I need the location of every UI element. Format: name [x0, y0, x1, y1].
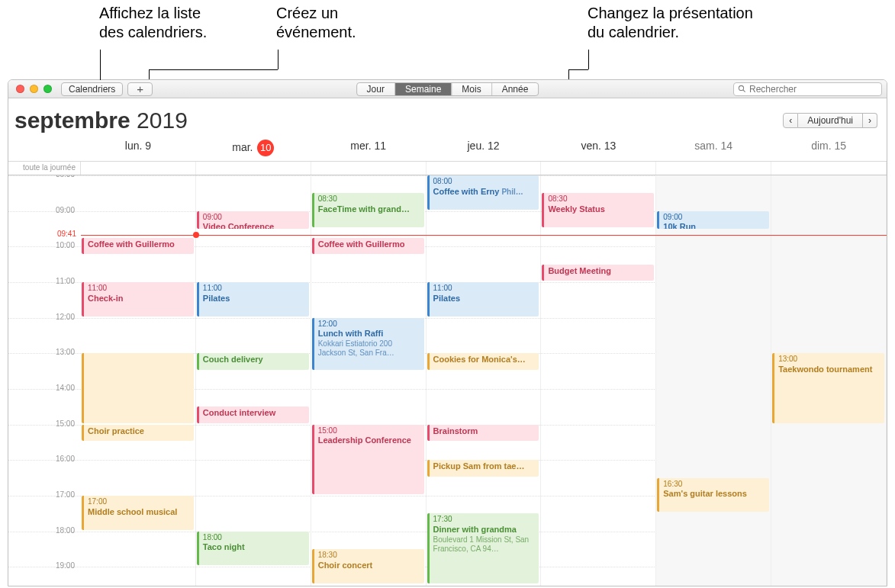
hour-label: 18:00 [8, 526, 81, 535]
day-header[interactable]: mer. 11 [311, 137, 427, 161]
search-field[interactable] [733, 82, 882, 96]
svg-point-0 [739, 85, 743, 90]
calendars-button[interactable]: Calendriers [61, 82, 123, 96]
allday-row: toute la journée [8, 162, 887, 175]
search-input[interactable] [749, 84, 877, 95]
tab-week[interactable]: Semaine [395, 83, 452, 95]
add-event-button[interactable]: + [127, 82, 153, 96]
day-header[interactable]: dim. 15 [771, 137, 887, 161]
annotation-change-view: Changez la présentation du calendrier. [588, 4, 753, 42]
window-controls [16, 85, 52, 93]
hour-label: 15:00 [8, 419, 81, 428]
hour-label: 14:00 [8, 384, 81, 392]
search-icon [738, 85, 746, 93]
month-year: 2019 [137, 108, 188, 133]
calendar-window: Calendriers + Jour Semaine Mois Année se… [8, 79, 887, 586]
week-grid[interactable]: 08:0009:0010:0011:0012:0013:0014:0015:00… [8, 175, 887, 586]
month-bar: septembre 2019 ‹ Aujourd'hui › [8, 98, 887, 137]
hour-label: 10:00 [8, 241, 81, 249]
tab-month[interactable]: Mois [452, 83, 491, 95]
day-header[interactable]: mar. 10 [196, 137, 311, 161]
month-title: septembre 2019 [14, 108, 188, 133]
day-header[interactable]: sam. 14 [656, 137, 771, 161]
minimize-icon[interactable] [30, 85, 38, 93]
annotation-calendars: Affichez la liste des calendriers. [99, 4, 207, 42]
today-button[interactable]: Aujourd'hui [798, 113, 863, 128]
today-badge: 10 [257, 140, 274, 156]
annotation-create-event: Créez un événement. [276, 4, 356, 42]
hour-label: 19:00 [8, 561, 81, 570]
month-name: septembre [14, 108, 130, 133]
hour-label: 17:00 [8, 490, 81, 499]
day-header[interactable]: ven. 13 [541, 137, 656, 161]
nav-group: ‹ Aujourd'hui › [783, 113, 877, 128]
hour-label: 09:00 [8, 206, 81, 214]
hour-label: 08:00 [8, 175, 81, 178]
zoom-icon[interactable] [43, 85, 52, 93]
day-header[interactable]: lun. 9 [81, 137, 196, 161]
hour-label: 12:00 [8, 313, 81, 321]
tab-day[interactable]: Jour [357, 83, 395, 95]
allday-label: toute la journée [8, 162, 81, 175]
close-icon[interactable] [16, 85, 24, 93]
hour-label: 16:00 [8, 455, 81, 463]
day-headers: lun. 9mar. 10mer. 11jeu. 12ven. 13sam. 1… [8, 137, 887, 162]
toolbar: Calendriers + Jour Semaine Mois Année [8, 80, 887, 98]
tab-year[interactable]: Année [492, 83, 539, 95]
prev-week-button[interactable]: ‹ [783, 113, 798, 128]
svg-line-1 [743, 90, 745, 92]
next-week-button[interactable]: › [863, 113, 877, 128]
hour-label: 13:00 [8, 348, 81, 356]
view-segmented-control: Jour Semaine Mois Année [356, 82, 539, 96]
day-header[interactable]: jeu. 12 [427, 137, 542, 161]
calendar-area: lun. 9mar. 10mer. 11jeu. 12ven. 13sam. 1… [8, 137, 887, 586]
hour-label: 11:00 [8, 277, 81, 285]
